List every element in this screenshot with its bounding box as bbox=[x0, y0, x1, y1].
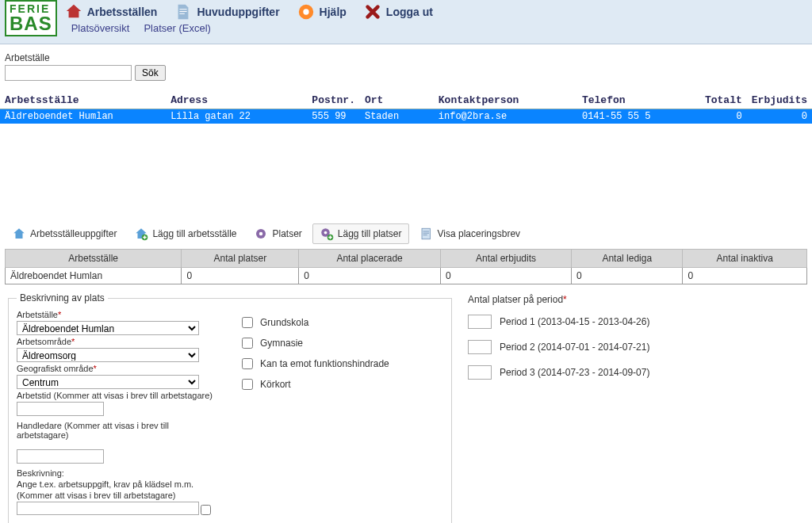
chk-funktion-row[interactable]: Kan ta emot funktionshindrade bbox=[239, 356, 437, 372]
cell-ort: Staden bbox=[360, 109, 434, 124]
cell-totalt: 0 bbox=[700, 109, 747, 124]
btn-lagg-arbetsstalle[interactable]: Lägg till arbetsställe bbox=[127, 223, 243, 244]
search-input[interactable] bbox=[5, 65, 132, 81]
geografiskt-select[interactable]: Centrum bbox=[17, 375, 199, 389]
geografiskt-label: Geografiskt område bbox=[17, 364, 215, 373]
col2-antal-placerade[interactable]: Antal placerade bbox=[299, 250, 441, 268]
close-icon bbox=[364, 3, 381, 21]
sum-antal-lediga: 0 bbox=[572, 268, 683, 284]
extra-checkbox-1[interactable] bbox=[201, 505, 211, 515]
col-adress[interactable]: Adress bbox=[166, 92, 307, 109]
cell-postnr: 555 99 bbox=[307, 109, 360, 124]
search-label: Arbetställe bbox=[5, 52, 807, 63]
chk-grundskola-label: Grundskola bbox=[260, 317, 308, 328]
nav-loggaut[interactable]: Logga ut bbox=[364, 3, 433, 21]
btn-platser-label: Platser bbox=[272, 228, 301, 239]
summary-table: Arbetsställe Antal platser Antal placera… bbox=[5, 249, 807, 284]
svg-point-4 bbox=[259, 232, 263, 236]
cell-adress: Lilla gatan 22 bbox=[166, 109, 307, 124]
arbetsstalle-select[interactable]: Äldreboendet Humlan bbox=[17, 321, 199, 335]
col-postnr[interactable]: Postnr. bbox=[307, 92, 360, 109]
period-3-input[interactable] bbox=[468, 365, 492, 380]
arbetstid-input[interactable] bbox=[17, 402, 104, 416]
nav-hjalp[interactable]: Hjälp bbox=[297, 3, 347, 21]
sum-antal-erbjudits: 0 bbox=[440, 268, 571, 284]
grid-spacer bbox=[0, 124, 812, 219]
periods-panel: Antal platser på period Period 1 (2013-0… bbox=[468, 292, 804, 523]
nav-loggaut-label: Logga ut bbox=[386, 6, 433, 18]
nav-arbetsstallen-label: Arbetsställen bbox=[87, 6, 158, 18]
beskrivning-label-1: Beskrivning: bbox=[17, 468, 215, 478]
col2-arbetsstalle[interactable]: Arbetsställe bbox=[6, 250, 182, 268]
nav-huvuduppgifter[interactable]: Huvuduppgifter bbox=[174, 3, 279, 21]
col2-antal-lediga[interactable]: Antal lediga bbox=[572, 250, 683, 268]
cell-telefon: 0141-55 55 5 bbox=[577, 109, 700, 124]
logo-line2: BAS bbox=[10, 14, 52, 33]
document-icon bbox=[174, 3, 192, 21]
btn-lagg-arbetsstalle-label: Lägg till arbetsställe bbox=[152, 228, 236, 239]
app-logo: FERIE BAS bbox=[5, 0, 57, 36]
table-header-row: Arbetsställe Adress Postnr. Ort Kontaktp… bbox=[0, 92, 812, 109]
btn-platser[interactable]: Platser bbox=[247, 223, 308, 244]
btn-visa-placeringsbrev[interactable]: Visa placeringsbrev bbox=[412, 223, 528, 244]
arbetsstalle-label: Arbetställe bbox=[17, 310, 215, 319]
house-icon bbox=[65, 3, 82, 21]
btn-arbetsstalleuppgifter[interactable]: Arbetsställeuppgifter bbox=[5, 223, 124, 244]
chk-funktion[interactable] bbox=[242, 358, 253, 369]
col-totalt[interactable]: Totalt bbox=[700, 92, 747, 109]
period-2-input[interactable] bbox=[468, 340, 492, 354]
col-ort[interactable]: Ort bbox=[360, 92, 434, 109]
chk-korkort[interactable] bbox=[242, 379, 253, 390]
summary-header-row: Arbetsställe Antal platser Antal placera… bbox=[6, 250, 807, 268]
btn-lagg-platser-label: Lägg till platser bbox=[338, 228, 402, 239]
beskrivning-label-3: (Kommer att visas i brev till arbetstaga… bbox=[17, 491, 215, 500]
col-erbjudits[interactable]: Erbjudits bbox=[747, 92, 812, 109]
chk-grundskola[interactable] bbox=[242, 317, 253, 328]
svg-point-1 bbox=[303, 9, 308, 14]
col2-antal-platser[interactable]: Antal platser bbox=[182, 250, 299, 268]
handledare-label: Handledare (Kommer att visas i brev till… bbox=[17, 421, 215, 440]
period-2-label: Period 2 (2014-07-01 - 2014-07-21) bbox=[500, 342, 649, 353]
btn-lagg-platser[interactable]: Lägg till platser bbox=[312, 223, 409, 244]
sum-antal-inaktiva: 0 bbox=[683, 268, 807, 284]
btn-visa-placeringsbrev-label: Visa placeringsbrev bbox=[438, 228, 521, 239]
arbetsomrade-select[interactable]: Äldreomsorg bbox=[17, 348, 199, 362]
top-navbar: FERIE BAS Arbetsställen Huvuduppgifter bbox=[0, 0, 812, 44]
col2-antal-inaktiva[interactable]: Antal inaktiva bbox=[683, 250, 807, 268]
arbetsomrade-label: Arbetsområde bbox=[17, 337, 215, 346]
col-telefon[interactable]: Telefon bbox=[577, 92, 700, 109]
search-panel: Arbetställe Sök bbox=[0, 44, 812, 84]
col2-antal-erbjudits[interactable]: Antal erbjudits bbox=[440, 250, 571, 268]
svg-rect-8 bbox=[422, 228, 431, 239]
summary-row[interactable]: Äldreboendet Humlan 0 0 0 0 0 bbox=[6, 268, 807, 284]
chk-gymnasie-label: Gymnasie bbox=[260, 338, 303, 349]
cell-kontaktperson: info@2bra.se bbox=[434, 109, 577, 124]
chk-grundskola-row[interactable]: Grundskola bbox=[239, 315, 437, 330]
chk-gymnasie[interactable] bbox=[242, 338, 253, 349]
chk-korkort-row[interactable]: Körkort bbox=[239, 376, 437, 392]
nav-huvuduppgifter-label: Huvuduppgifter bbox=[197, 6, 279, 18]
subnav-platsoversikt[interactable]: Platsöversikt bbox=[71, 22, 130, 34]
sum-antal-placerade: 0 bbox=[299, 268, 441, 284]
nav-hjalp-label: Hjälp bbox=[320, 6, 347, 18]
handledare-input[interactable] bbox=[17, 449, 104, 464]
period-3-label: Period 3 (2014-07-23 - 2014-09-07) bbox=[500, 367, 649, 378]
search-button[interactable]: Sök bbox=[135, 65, 166, 81]
btn-arbetsstalleuppgifter-label: Arbetsställeuppgifter bbox=[30, 228, 117, 239]
beskrivning-fieldset: Beskrivning av plats Arbetställe Äldrebo… bbox=[8, 292, 452, 523]
gear-plus-icon bbox=[320, 227, 334, 241]
subnav-platser-excel[interactable]: Platser (Excel) bbox=[144, 22, 211, 34]
chk-gymnasie-row[interactable]: Gymnasie bbox=[239, 335, 437, 351]
svg-point-6 bbox=[324, 231, 327, 235]
col-kontaktperson[interactable]: Kontaktperson bbox=[434, 92, 577, 109]
period-row-3: Period 3 (2014-07-23 - 2014-09-07) bbox=[468, 365, 804, 380]
nav-arbetsstallen[interactable]: Arbetsställen bbox=[65, 3, 158, 21]
home-plus-icon bbox=[134, 227, 148, 241]
action-toolbar: Arbetsställeuppgifter Lägg till arbetsst… bbox=[0, 219, 812, 249]
period-1-input[interactable] bbox=[468, 315, 492, 329]
col-arbetsstalle[interactable]: Arbetsställe bbox=[0, 92, 166, 109]
arbetsstalle-table: Arbetsställe Adress Postnr. Ort Kontaktp… bbox=[0, 92, 812, 124]
period-row-2: Period 2 (2014-07-01 - 2014-07-21) bbox=[468, 340, 804, 354]
table-row[interactable]: Äldreboendet Humlan Lilla gatan 22 555 9… bbox=[0, 109, 812, 124]
sum-arbetsstalle: Äldreboendet Humlan bbox=[6, 268, 182, 284]
